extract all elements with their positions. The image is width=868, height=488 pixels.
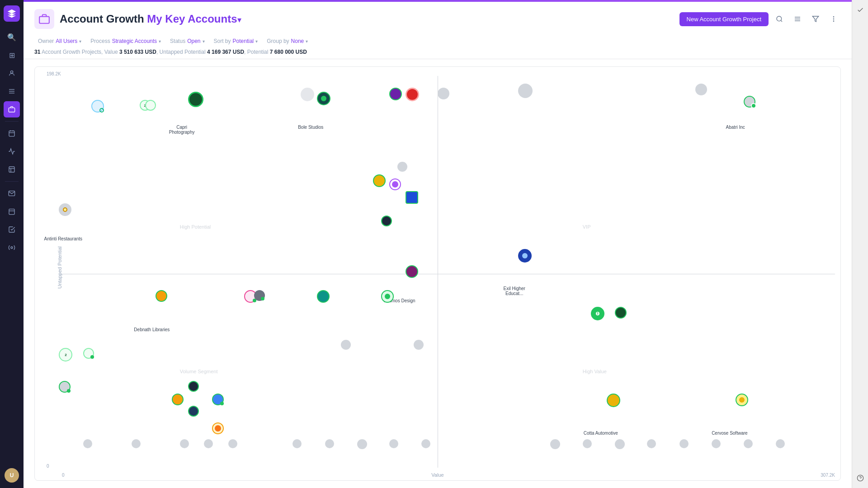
x-axis-min: 0	[62, 473, 65, 478]
bubble-dark-1[interactable]	[381, 216, 392, 226]
sidebar-item-tools[interactable]	[4, 239, 20, 256]
bubble-dark-bc[interactable]	[188, 381, 199, 392]
bubble-gray-row-13[interactable]	[615, 439, 625, 449]
bubble-cosmos[interactable]	[406, 265, 418, 278]
list-view-button[interactable]	[790, 12, 805, 26]
bubble-dark-small[interactable]	[254, 290, 265, 301]
bubble-blue-bc[interactable]	[212, 394, 224, 405]
label-antinti: Antinti Restaurants	[43, 236, 84, 241]
bubble-exil[interactable]	[518, 249, 532, 263]
bubble-gray-bl[interactable]	[59, 381, 71, 393]
bubble-bole[interactable]	[317, 92, 330, 105]
sidebar-item-list[interactable]	[4, 83, 20, 99]
bubble-gray-2[interactable]	[438, 88, 449, 99]
filter-status[interactable]: Status Open ▾	[166, 36, 208, 46]
svg-point-0	[10, 71, 13, 73]
label-cotta: Cotta Automotive	[583, 431, 619, 436]
bubble-cluster-br-1[interactable]: 3	[591, 307, 604, 320]
svg-point-24	[833, 21, 834, 21]
bubble-purple-c[interactable]	[389, 178, 401, 190]
sidebar-item-calendar[interactable]	[4, 125, 20, 141]
x-axis-max: 307.2K	[821, 473, 835, 478]
bubble-gray-row-10[interactable]	[421, 439, 430, 448]
bubble-gray-row-1[interactable]	[83, 439, 92, 448]
sidebar-item-email[interactable]	[4, 185, 20, 202]
bubble-purple-top[interactable]	[389, 88, 402, 100]
page-icon	[34, 9, 54, 29]
sidebar-bottom: U	[5, 468, 19, 483]
bubble-navy-bc[interactable]	[188, 406, 199, 417]
bubble-cotta[interactable]	[607, 394, 620, 407]
header-title-area: Account Growth My Key Accounts▾	[34, 9, 241, 29]
bubble-orange-ring[interactable]	[212, 422, 224, 434]
bubble-gray-row-7[interactable]	[325, 439, 334, 448]
quadrant-label-high-potential: High Potential	[180, 224, 211, 230]
title-dropdown-btn[interactable]: ▾	[237, 15, 241, 24]
label-abatri: Abatri Inc	[720, 125, 751, 130]
bubble-1[interactable]	[91, 100, 104, 113]
bubble-cluster-br-2[interactable]	[615, 307, 627, 319]
bubble-orange-bc[interactable]	[172, 394, 184, 405]
bubble-red-1[interactable]	[406, 88, 419, 101]
sidebar-item-analytics[interactable]	[4, 143, 20, 160]
bubble-gray-1[interactable]	[301, 88, 314, 101]
bubble-gray-row-12[interactable]	[583, 439, 592, 448]
svg-point-23	[833, 19, 834, 19]
quadrant-horizontal-line	[60, 274, 835, 274]
bubble-gray-top-1[interactable]	[518, 84, 533, 98]
bubble-cervose[interactable]	[736, 394, 748, 406]
bubble-gray-row-8[interactable]	[357, 439, 367, 449]
bubble-gray-row-15[interactable]	[679, 439, 689, 448]
filter-process[interactable]: Process Strategic Accounts ▾	[87, 36, 165, 46]
chart-container: Untapped Potential 198.2K 0 Value 0 307.…	[24, 59, 852, 488]
new-project-button[interactable]: New Account Growth Project	[679, 12, 769, 26]
bubble-gray-top-2[interactable]	[695, 84, 707, 95]
bubble-yellow-1[interactable]	[373, 174, 386, 187]
bubble-teal-1[interactable]	[317, 290, 330, 303]
right-icon-help[interactable]	[854, 472, 867, 484]
sidebar-divider-2	[5, 181, 19, 182]
bubble-gray-row-6[interactable]	[292, 439, 302, 448]
bubble-bl-2[interactable]	[83, 348, 94, 359]
bubble-gray-row-9[interactable]	[389, 439, 398, 448]
label-exil: Exil Higher Educat...	[494, 286, 535, 296]
sidebar-item-schedule[interactable]	[4, 203, 20, 220]
user-avatar[interactable]: U	[5, 468, 19, 483]
sidebar-item-reports[interactable]	[4, 161, 20, 178]
sidebar-item-tasks[interactable]	[4, 221, 20, 238]
bubble-gray-row-14[interactable]	[647, 439, 656, 448]
bubble-gray-row-4[interactable]	[204, 439, 213, 448]
bubble-gray-row-11[interactable]	[550, 439, 560, 449]
sidebar-item-contacts[interactable]	[4, 65, 20, 81]
filter-sort[interactable]: Sort by Potential ▾	[210, 36, 262, 46]
more-options-button[interactable]	[826, 12, 841, 26]
sidebar-item-search[interactable]: 🔍	[4, 29, 20, 45]
svg-rect-9	[9, 167, 14, 172]
filter-button[interactable]	[808, 12, 823, 26]
bubble-capri[interactable]	[188, 92, 203, 107]
svg-rect-5	[9, 131, 14, 136]
bubble-gray-row-18[interactable]	[776, 439, 785, 448]
bubble-gray-row-5[interactable]	[228, 439, 237, 448]
bubble-blue-sq[interactable]	[406, 191, 418, 204]
sidebar-item-portfolio[interactable]	[4, 101, 20, 117]
sidebar-item-dashboard[interactable]: ⊞	[4, 47, 20, 63]
bubble-gray-row-16[interactable]	[712, 439, 721, 448]
bubble-abatri[interactable]	[744, 96, 755, 108]
label-capri: Capri Photography	[164, 125, 200, 135]
filter-owner[interactable]: Owner All Users ▾	[34, 36, 85, 46]
search-button[interactable]	[772, 12, 787, 26]
bubble-gray-mid-1[interactable]	[397, 162, 407, 172]
bubble-gray-row-17[interactable]	[744, 439, 753, 448]
bubble-gray-mid-3[interactable]	[414, 340, 424, 350]
bubble-gray-mid-2[interactable]	[341, 340, 351, 350]
scatter-chart: Untapped Potential 198.2K 0 Value 0 307.…	[34, 66, 841, 481]
quadrant-label-vip: VIP	[583, 224, 591, 230]
bubble-group-2[interactable]: 2	[140, 100, 154, 113]
label-cervose: Cervose Software	[712, 431, 748, 436]
right-icon-check[interactable]	[854, 4, 867, 16]
bubble-debnath[interactable]	[156, 290, 167, 302]
filter-group[interactable]: Group by None ▾	[263, 36, 311, 46]
bubble-gray-row-3[interactable]	[180, 439, 189, 448]
bubble-gray-row-2[interactable]	[132, 439, 141, 448]
